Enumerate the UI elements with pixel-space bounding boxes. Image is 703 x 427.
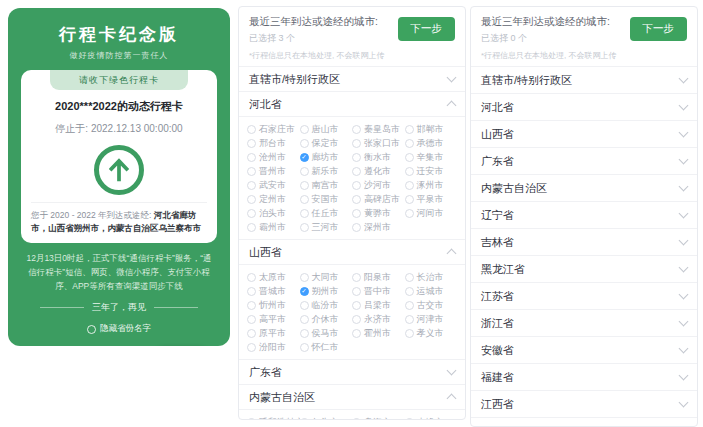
- city-checkbox[interactable]: 阳泉市: [352, 271, 405, 283]
- unchecked-circle-icon[interactable]: [300, 209, 309, 218]
- city-checkbox[interactable]: 平泉市: [405, 193, 458, 205]
- city-checkbox[interactable]: 邯郸市: [405, 123, 458, 135]
- province-section-header[interactable]: 江苏省: [471, 283, 697, 310]
- unchecked-circle-icon[interactable]: [352, 153, 361, 162]
- city-checkbox[interactable]: 河津市: [405, 313, 458, 325]
- unchecked-circle-icon[interactable]: [247, 209, 256, 218]
- unchecked-circle-icon[interactable]: [405, 315, 414, 324]
- city-checkbox[interactable]: 安国市: [300, 193, 353, 205]
- province-section-header[interactable]: 广东省: [239, 360, 465, 385]
- unchecked-circle-icon[interactable]: [352, 287, 361, 296]
- city-checkbox[interactable]: 霍州市: [352, 327, 405, 339]
- city-checkbox[interactable]: 运城市: [405, 285, 458, 297]
- city-checkbox[interactable]: 唐山市: [300, 123, 353, 135]
- province-section-header[interactable]: 河北省: [471, 94, 697, 121]
- city-checkbox[interactable]: 河间市: [405, 207, 458, 219]
- unchecked-circle-icon[interactable]: [247, 195, 256, 204]
- unchecked-circle-icon[interactable]: [352, 273, 361, 282]
- city-checkbox[interactable]: 霸州市: [247, 221, 300, 233]
- city-checkbox[interactable]: 邢台市: [247, 137, 300, 149]
- unchecked-circle-icon[interactable]: [300, 273, 309, 282]
- city-checkbox[interactable]: 石家庄市: [247, 123, 300, 135]
- city-checkbox[interactable]: 新乐市: [300, 165, 353, 177]
- city-checkbox[interactable]: ✓廊坊市: [300, 151, 353, 163]
- province-section-header[interactable]: 河北省: [239, 92, 465, 117]
- unchecked-circle-icon[interactable]: [247, 167, 256, 176]
- city-checkbox[interactable]: 黄骅市: [352, 207, 405, 219]
- unchecked-circle-icon[interactable]: [352, 209, 361, 218]
- province-section-header[interactable]: 吉林省: [471, 229, 697, 256]
- city-checkbox[interactable]: 承德市: [405, 137, 458, 149]
- unchecked-circle-icon[interactable]: [300, 343, 309, 352]
- unchecked-circle-icon[interactable]: [300, 195, 309, 204]
- next-step-button[interactable]: 下一步: [398, 17, 456, 41]
- city-checkbox[interactable]: 武安市: [247, 179, 300, 191]
- province-section-header[interactable]: 内蒙古自治区: [239, 385, 465, 410]
- province-section-header[interactable]: 辽宁省: [471, 202, 697, 229]
- unchecked-circle-icon[interactable]: [300, 418, 309, 421]
- unchecked-circle-icon[interactable]: [405, 181, 414, 190]
- city-checkbox[interactable]: 晋州市: [247, 165, 300, 177]
- city-checkbox[interactable]: 孝义市: [405, 327, 458, 339]
- unchecked-circle-icon[interactable]: [247, 139, 256, 148]
- city-checkbox[interactable]: 秦皇岛市: [352, 123, 405, 135]
- city-checkbox[interactable]: 高平市: [247, 313, 300, 325]
- unchecked-circle-icon[interactable]: [300, 329, 309, 338]
- city-checkbox[interactable]: 赤峰市: [405, 416, 458, 420]
- city-checkbox[interactable]: 保定市: [300, 137, 353, 149]
- city-checkbox[interactable]: 沙河市: [352, 179, 405, 191]
- unchecked-circle-icon[interactable]: [300, 139, 309, 148]
- province-section-header[interactable]: 山西省: [471, 121, 697, 148]
- unchecked-circle-icon[interactable]: [247, 315, 256, 324]
- unchecked-circle-icon[interactable]: [247, 329, 256, 338]
- city-checkbox[interactable]: 高碑店市: [352, 193, 405, 205]
- city-checkbox[interactable]: 怀仁市: [300, 341, 353, 353]
- province-section-header[interactable]: 安徽省: [471, 337, 697, 364]
- hide-province-checkbox[interactable]: 隐藏省份名字: [8, 323, 230, 335]
- unchecked-circle-icon[interactable]: [352, 139, 361, 148]
- unchecked-circle-icon[interactable]: [247, 287, 256, 296]
- province-list[interactable]: 直辖市/特别行政区河北省石家庄市唐山市秦皇岛市邯郸市邢台市保定市张家口市承德市沧…: [239, 67, 465, 420]
- unchecked-circle-icon[interactable]: [247, 343, 256, 352]
- unchecked-circle-icon[interactable]: [300, 125, 309, 134]
- unchecked-circle-icon[interactable]: [405, 418, 414, 421]
- city-checkbox[interactable]: 沧州市: [247, 151, 300, 163]
- province-section-header[interactable]: 江西省: [471, 391, 697, 418]
- city-checkbox[interactable]: 涿州市: [405, 179, 458, 191]
- city-checkbox[interactable]: 辛集市: [405, 151, 458, 163]
- city-checkbox[interactable]: 侯马市: [300, 327, 353, 339]
- unchecked-circle-icon[interactable]: [405, 273, 414, 282]
- city-checkbox[interactable]: 晋中市: [352, 285, 405, 297]
- unchecked-circle-icon[interactable]: [352, 418, 361, 421]
- unchecked-circle-icon[interactable]: [300, 167, 309, 176]
- city-checkbox[interactable]: 太原市: [247, 271, 300, 283]
- city-checkbox[interactable]: 包头市: [300, 416, 353, 420]
- city-checkbox[interactable]: 衡水市: [352, 151, 405, 163]
- province-section-header[interactable]: 直辖市/特别行政区: [471, 67, 697, 94]
- province-section-header[interactable]: 山西省: [239, 240, 465, 265]
- unchecked-circle-icon[interactable]: [405, 167, 414, 176]
- city-checkbox[interactable]: 深州市: [352, 221, 405, 233]
- unchecked-circle-icon[interactable]: [405, 301, 414, 310]
- province-section-header[interactable]: 山东省: [471, 418, 697, 427]
- unchecked-circle-icon[interactable]: [405, 287, 414, 296]
- unchecked-circle-icon[interactable]: [405, 209, 414, 218]
- checked-circle-icon[interactable]: ✓: [300, 287, 309, 296]
- unchecked-circle-icon[interactable]: [300, 223, 309, 232]
- city-checkbox[interactable]: 乌海市: [352, 416, 405, 420]
- unchecked-circle-icon[interactable]: [352, 181, 361, 190]
- province-section-header[interactable]: 内蒙古自治区: [471, 175, 697, 202]
- city-checkbox[interactable]: 汾阳市: [247, 341, 300, 353]
- unchecked-circle-icon[interactable]: [247, 301, 256, 310]
- city-checkbox[interactable]: 长治市: [405, 271, 458, 283]
- province-section-header[interactable]: 黑龙江省: [471, 256, 697, 283]
- unchecked-circle-icon[interactable]: [352, 195, 361, 204]
- city-checkbox[interactable]: ✓朔州市: [300, 285, 353, 297]
- city-checkbox[interactable]: 晋城市: [247, 285, 300, 297]
- city-checkbox[interactable]: 遵化市: [352, 165, 405, 177]
- unchecked-circle-icon[interactable]: [247, 273, 256, 282]
- unchecked-circle-icon[interactable]: [352, 223, 361, 232]
- unchecked-circle-icon[interactable]: [300, 315, 309, 324]
- unchecked-circle-icon[interactable]: [352, 329, 361, 338]
- unchecked-circle-icon[interactable]: [247, 153, 256, 162]
